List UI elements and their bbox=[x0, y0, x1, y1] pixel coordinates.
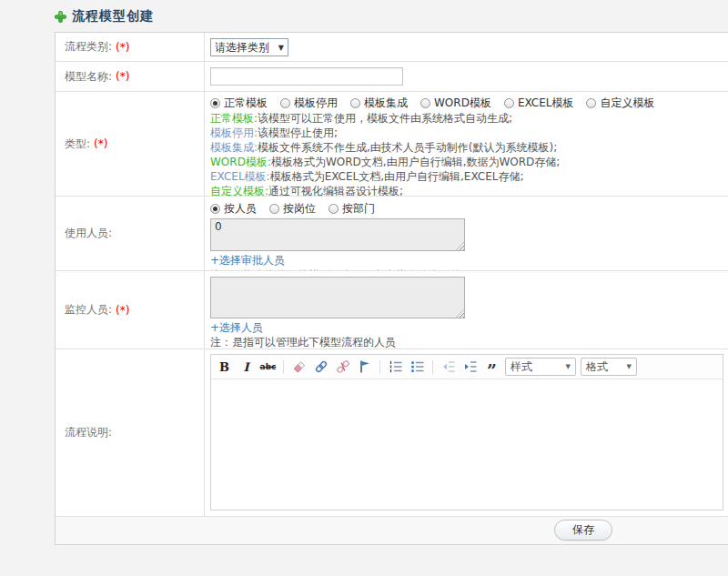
chevron-down-icon: ▼ bbox=[566, 363, 571, 370]
format-dropdown-value: 格式 bbox=[586, 359, 608, 375]
editor-content-area[interactable] bbox=[211, 379, 723, 510]
radio-label: 模板停用 bbox=[294, 96, 338, 111]
radio-label: WORD模板 bbox=[434, 96, 491, 111]
radio-icon bbox=[420, 98, 430, 108]
radio-icon bbox=[504, 98, 514, 108]
category-label-cell: 流程类别: (*) bbox=[56, 33, 205, 61]
save-button[interactable]: 保存 bbox=[554, 520, 612, 541]
row-users: 使用人员: 按人员 按岗位 按部门 bbox=[56, 197, 728, 271]
decrease-indent-button[interactable] bbox=[440, 359, 457, 376]
users-label-cell: 使用人员: bbox=[56, 197, 205, 270]
category-value-cell: 请选择类别 ▼ bbox=[205, 33, 728, 61]
type-desc-text: 该模型停止使用; bbox=[258, 126, 338, 139]
monitors-value-cell: +选择人员 注：是指可以管理此下模型流程的人员 bbox=[205, 271, 728, 349]
description-label: 流程说明: bbox=[65, 425, 112, 440]
row-category: 流程类别: (*) 请选择类别 ▼ bbox=[56, 33, 728, 62]
radio-label: 模板集成 bbox=[364, 96, 408, 111]
type-description: EXCEL模板:模板格式为EXCEL文档,由用户自行编辑,EXCEL存储; bbox=[210, 169, 728, 184]
type-desc-text: 模板格式为EXCEL文档,由用户自行编辑,EXCEL存储; bbox=[270, 170, 524, 183]
select-people-link[interactable]: +选择人员 bbox=[210, 320, 263, 335]
type-desc-text: 模板文件系统不作生成,由技术人员手动制作(默认为系统模板); bbox=[258, 141, 557, 154]
radio-label: 按岗位 bbox=[283, 201, 316, 217]
radio-type-disabled[interactable]: 模板停用 bbox=[280, 95, 338, 111]
chevron-down-icon: ▼ bbox=[627, 363, 632, 370]
type-desc-text: 模板格式为WORD文档,由用户自行编辑,数据为WORD存储; bbox=[271, 156, 560, 168]
row-type: 类型: (*) 正常模板 模板停用 模板集成 bbox=[56, 92, 728, 197]
italic-button[interactable]: I bbox=[238, 359, 255, 376]
radio-type-normal[interactable]: 正常模板 bbox=[210, 95, 268, 111]
type-term: 自定义模板: bbox=[210, 185, 268, 197]
radio-icon bbox=[329, 204, 339, 214]
strikethrough-button[interactable]: abc bbox=[259, 359, 277, 376]
remove-format-eraser-icon bbox=[292, 359, 307, 374]
anchor-button[interactable] bbox=[356, 359, 373, 376]
description-value-cell: B I abc bbox=[205, 349, 728, 516]
radio-label: EXCEL模板 bbox=[518, 96, 574, 111]
radio-type-excel[interactable]: EXCEL模板 bbox=[504, 95, 574, 111]
numbered-list-icon bbox=[389, 359, 403, 374]
page-header: 流程模型创建 bbox=[55, 8, 154, 25]
remove-format-button[interactable] bbox=[290, 359, 308, 376]
radio-label: 按人员 bbox=[224, 201, 257, 217]
radio-by-person[interactable]: 按人员 bbox=[210, 200, 257, 217]
unlink-button[interactable] bbox=[334, 359, 351, 376]
description-label-cell: 流程说明: bbox=[56, 349, 205, 516]
bold-button[interactable]: B bbox=[216, 359, 233, 376]
radio-icon bbox=[350, 98, 360, 108]
type-label: 类型: bbox=[65, 136, 90, 152]
type-description: 模板停用:该模型停止使用; bbox=[210, 126, 728, 140]
italic-icon: I bbox=[243, 360, 248, 374]
rich-text-editor: B I abc bbox=[210, 354, 723, 510]
row-monitors: 监控人员: (*) +选择人员 注：是指可以管理此下模型流程的人员 bbox=[56, 271, 728, 349]
type-description: 模板集成:模板文件系统不作生成,由技术人员手动制作(默认为系统模板); bbox=[210, 140, 728, 155]
type-required-mark: (*) bbox=[94, 137, 107, 150]
row-save: 保存 bbox=[56, 517, 728, 544]
type-desc-text: 通过可视化编辑器设计模板; bbox=[268, 185, 403, 197]
users-label: 使用人员: bbox=[65, 226, 112, 241]
radio-label: 正常模板 bbox=[224, 96, 268, 111]
link-chain-icon bbox=[314, 359, 329, 374]
styles-dropdown[interactable]: 样式 ▼ bbox=[505, 358, 576, 376]
radio-by-position[interactable]: 按岗位 bbox=[269, 200, 316, 217]
bold-icon: B bbox=[219, 360, 229, 374]
select-approvers-link[interactable]: +选择审批人员 bbox=[210, 253, 285, 268]
model-name-label: 模型名称: bbox=[65, 69, 112, 85]
indent-icon bbox=[463, 359, 478, 374]
type-desc-text: 该模型可以正常使用，模板文件由系统格式自动生成; bbox=[258, 112, 512, 125]
radio-icon bbox=[269, 204, 279, 214]
type-term: 模板停用: bbox=[210, 126, 258, 139]
form-table: 流程类别: (*) 请选择类别 ▼ 模型名称: (*) 类型: bbox=[55, 32, 728, 545]
type-term: 模板集成: bbox=[210, 141, 258, 154]
radio-type-word[interactable]: WORD模板 bbox=[420, 95, 491, 111]
unlink-broken-chain-icon bbox=[336, 359, 350, 374]
bulleted-list-icon bbox=[410, 359, 425, 374]
type-term: EXCEL模板: bbox=[210, 170, 270, 183]
format-dropdown[interactable]: 格式 ▼ bbox=[581, 358, 637, 376]
type-description: WORD模板:模板格式为WORD文档,由用户自行编辑,数据为WORD存储; bbox=[210, 155, 728, 169]
monitors-required-mark: (*) bbox=[116, 304, 129, 317]
radio-type-custom[interactable]: 自定义模板 bbox=[586, 95, 654, 111]
category-required-mark: (*) bbox=[116, 41, 129, 54]
monitors-textarea[interactable] bbox=[210, 277, 465, 318]
type-description: 自定义模板:通过可视化编辑器设计模板; bbox=[210, 184, 728, 197]
users-radio-group: 按人员 按岗位 按部门 bbox=[210, 200, 728, 217]
blockquote-button[interactable]: ” bbox=[483, 359, 500, 376]
radio-icon bbox=[280, 98, 290, 108]
insert-link-button[interactable] bbox=[312, 359, 329, 376]
radio-label: 按部门 bbox=[342, 201, 375, 217]
users-value-cell: 按人员 按岗位 按部门 0 +选择审批人员 注：是指允许使用此 bbox=[205, 197, 728, 270]
toolbar-separator bbox=[432, 360, 433, 374]
category-select[interactable]: 请选择类别 ▼ bbox=[210, 38, 288, 56]
users-textarea[interactable]: 0 bbox=[210, 218, 465, 251]
bulleted-list-button[interactable] bbox=[409, 359, 426, 376]
chevron-down-icon: ▼ bbox=[278, 44, 284, 52]
category-label: 流程类别: bbox=[65, 39, 112, 55]
radio-by-department[interactable]: 按部门 bbox=[329, 200, 375, 217]
model-name-input[interactable] bbox=[210, 67, 403, 86]
increase-indent-button[interactable] bbox=[461, 359, 479, 376]
numbered-list-button[interactable] bbox=[387, 359, 404, 376]
radio-type-integrated[interactable]: 模板集成 bbox=[350, 95, 408, 111]
strikethrough-icon: abc bbox=[260, 362, 277, 371]
model-name-label-cell: 模型名称: (*) bbox=[56, 62, 205, 91]
type-term: 正常模板: bbox=[210, 112, 258, 125]
